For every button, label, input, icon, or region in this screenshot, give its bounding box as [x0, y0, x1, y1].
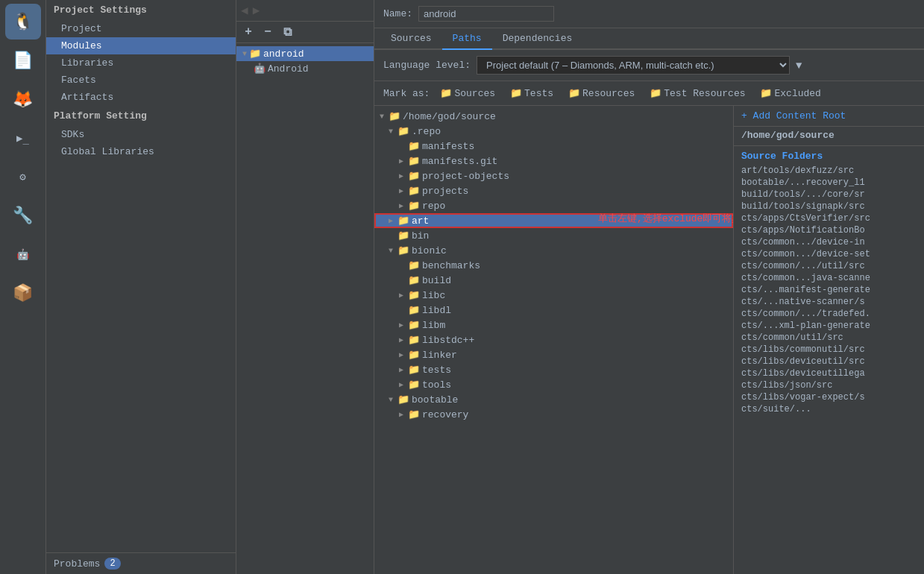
bionic-label: bionic	[412, 245, 447, 256]
file-tree-benchmarks[interactable]: 📁 benchmarks	[374, 258, 733, 273]
source-folder-item: bootable/...recovery_l1	[741, 177, 917, 189]
source-folder-item: cts/common/util/src	[741, 332, 917, 344]
add-module-button[interactable]: +	[241, 25, 256, 40]
manifests-folder-icon: 📁	[408, 140, 420, 152]
nav-item-artifacts[interactable]: Artifacts	[46, 89, 236, 106]
misc-icon[interactable]: 📦	[5, 275, 41, 311]
mark-resources-button[interactable]: 📁 Resources	[564, 86, 639, 101]
nav-item-libraries[interactable]: Libraries	[46, 54, 236, 72]
source-folder-item: build/tools/signapk/src	[741, 201, 917, 212]
bin-label: bin	[412, 230, 429, 242]
module-android-child[interactable]: 🤖 Android	[236, 61, 374, 76]
repo-folder-icon: 📁	[397, 125, 409, 137]
file-tree-recovery[interactable]: ▶ 📁 recovery	[374, 407, 733, 422]
recovery-label: recovery	[422, 409, 468, 420]
file-tree-repo-sub[interactable]: ▶ 📁 repo	[374, 198, 733, 213]
nav-fwd-arrow[interactable]: ▶	[253, 3, 260, 18]
file-tree-build[interactable]: 📁 build	[374, 273, 733, 288]
name-input[interactable]	[418, 6, 554, 22]
nav-item-project[interactable]: Project	[46, 20, 236, 37]
build-folder-icon: 📁	[408, 274, 420, 286]
file-tree-projects[interactable]: ▶ 📁 projects	[374, 183, 733, 198]
bootable-folder-icon: 📁	[397, 394, 409, 406]
manifests-git-label: manifests.git	[422, 156, 497, 167]
file-tree-manifests[interactable]: 📁 manifests	[374, 139, 733, 154]
file-tree-root[interactable]: ▼ 📁 /home/god/source	[374, 109, 733, 124]
ubuntu-icon[interactable]: 🐧	[5, 4, 41, 40]
file-tree: ▼ 📁 /home/god/source ▼ 📁 .repo 📁 manifes…	[374, 106, 734, 574]
nav-item-global-libraries[interactable]: Global Libraries	[46, 143, 236, 160]
source-folder-item: build/tools/.../core/sr	[741, 189, 917, 201]
source-folder-item: cts/common/.../tradefed.	[741, 308, 917, 320]
lang-label: Language level:	[383, 60, 471, 71]
file-tree-bootable[interactable]: ▼ 📁 bootable	[374, 392, 733, 407]
lang-row: Language level: Project default (7 – Dia…	[374, 50, 924, 81]
mark-sources-label: Sources	[454, 88, 495, 99]
lang-dropdown-arrow: ▼	[796, 60, 802, 72]
nav-item-sdks[interactable]: SDKs	[46, 126, 236, 143]
tab-sources[interactable]: Sources	[380, 28, 442, 50]
mark-testresources-button[interactable]: 📁 Test Resources	[645, 86, 749, 101]
mark-as-row: Mark as: 📁 Sources 📁 Tests 📁 Resources 📁…	[374, 81, 924, 106]
file-tree-repo[interactable]: ▼ 📁 .repo	[374, 124, 733, 139]
android-studio-icon[interactable]: ⚙	[5, 159, 41, 195]
manifests-label: manifests	[422, 141, 474, 152]
file-tree-tests[interactable]: ▶ 📁 tests	[374, 362, 733, 377]
mark-testresources-label: Test Resources	[664, 88, 745, 99]
source-folder-item: cts/libs/vogar-expect/s	[741, 391, 917, 403]
terminal-icon[interactable]: ▶_	[5, 120, 41, 156]
file-tree-manifests-git[interactable]: ▶ 📁 manifests.git	[374, 154, 733, 168]
mark-sources-button[interactable]: 📁 Sources	[436, 86, 500, 101]
repo-sub-label: repo	[422, 201, 445, 212]
linker-arrow: ▶	[397, 350, 406, 359]
file-tree-tools[interactable]: ▶ 📁 tools	[374, 377, 733, 392]
mark-tests-button[interactable]: 📁 Tests	[506, 86, 558, 101]
tree-toolbar: ◀ ▶	[236, 0, 374, 22]
linker-label: linker	[422, 350, 457, 361]
file-tree-libdl[interactable]: 📁 libdl	[374, 303, 733, 318]
source-folder-item: cts/common/.../util/src	[741, 260, 917, 272]
name-label: Name:	[383, 8, 412, 19]
android2-icon[interactable]: 🤖	[5, 236, 41, 272]
nav-back-arrow[interactable]: ◀	[241, 3, 248, 18]
problems-bar: Problems 2	[46, 552, 236, 574]
file-tree-libstdc[interactable]: ▶ 📁 libstdc++	[374, 332, 733, 347]
repo-sub-folder-icon: 📁	[408, 200, 420, 212]
tools-icon[interactable]: 🔧	[5, 198, 41, 233]
repo-sub-arrow: ▶	[397, 201, 406, 210]
nav-item-modules[interactable]: Modules	[46, 37, 236, 54]
mark-resources-label: Resources	[582, 88, 635, 99]
file-tree-art[interactable]: ▶ 📁 art	[374, 213, 733, 228]
source-folder-list: art/tools/dexfuzz/src bootable/...recove…	[734, 165, 924, 574]
add-content-root-button[interactable]: + Add Content Root	[741, 110, 917, 122]
tab-paths[interactable]: Paths	[442, 28, 492, 50]
file-tree-project-objects[interactable]: ▶ 📁 project-objects	[374, 168, 733, 183]
excluded-folder-icon: 📁	[760, 87, 772, 99]
file-tree-libc[interactable]: ▶ 📁 libc	[374, 288, 733, 303]
files-icon[interactable]: 📄	[5, 42, 41, 78]
art-folder-icon: 📁	[397, 215, 409, 227]
bootable-label: bootable	[412, 394, 458, 406]
sources-folder-icon: 📁	[440, 87, 452, 99]
file-tree-linker[interactable]: ▶ 📁 linker	[374, 347, 733, 362]
source-folder-item: cts/libs/json/src	[741, 379, 917, 391]
module-android[interactable]: ▼ 📁 android	[236, 46, 374, 61]
source-folder-item: art/tools/dexfuzz/src	[741, 165, 917, 177]
copy-module-button[interactable]: ⧉	[280, 25, 295, 40]
tree-action-toolbar: + − ⧉	[236, 22, 374, 43]
tab-dependencies[interactable]: Dependencies	[492, 28, 583, 50]
remove-module-button[interactable]: −	[260, 25, 275, 40]
mark-excluded-button[interactable]: 📁 Excluded	[755, 86, 825, 101]
file-tree-bionic[interactable]: ▼ 📁 bionic	[374, 243, 733, 258]
source-folder-item: cts/libs/deviceutil/src	[741, 356, 917, 368]
file-tree-bin[interactable]: 📁 bin	[374, 228, 733, 243]
file-tree-libm[interactable]: ▶ 📁 libm	[374, 318, 733, 332]
libc-folder-icon: 📁	[408, 289, 420, 301]
tests-arrow: ▶	[397, 365, 406, 374]
problems-badge: 2	[104, 558, 120, 570]
nav-item-facets[interactable]: Facets	[46, 72, 236, 89]
tabs-row: Sources Paths Dependencies	[374, 28, 924, 50]
tools-label: tools	[422, 379, 451, 391]
lang-level-select[interactable]: Project default (7 – Diamonds, ARM, mult…	[477, 56, 790, 75]
firefox-icon[interactable]: 🦊	[5, 81, 41, 117]
